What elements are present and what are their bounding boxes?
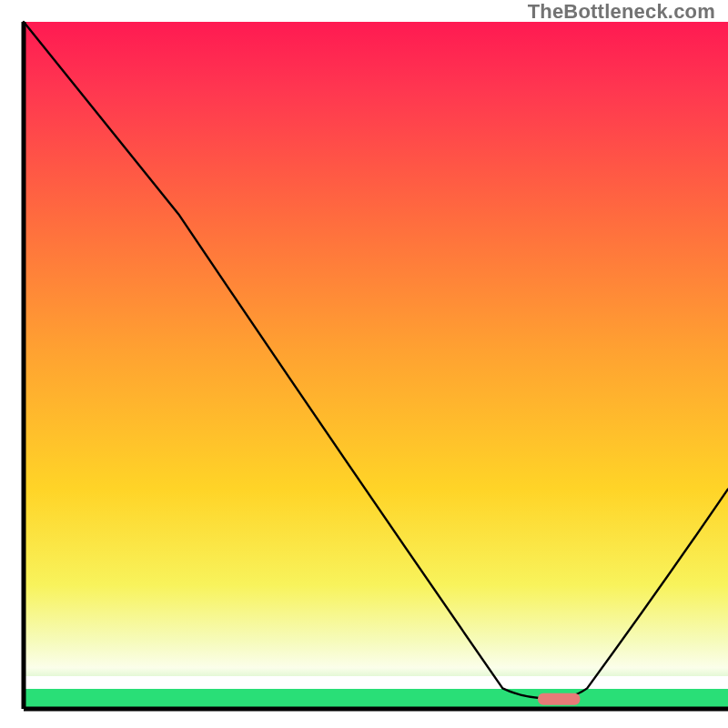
plot-white-band xyxy=(24,676,728,689)
chart-svg xyxy=(0,0,728,728)
minimum-marker xyxy=(538,693,580,705)
chart-container: TheBottleneck.com xyxy=(0,0,728,728)
plot-green-strip xyxy=(24,689,728,709)
plot-background xyxy=(24,22,728,709)
